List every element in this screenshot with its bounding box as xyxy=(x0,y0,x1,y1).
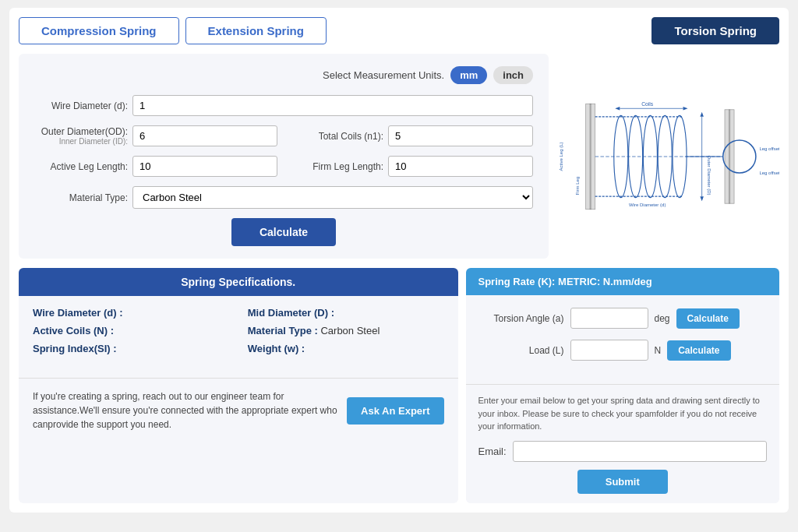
email-section: Enter your email below to get your sprin… xyxy=(466,384,780,503)
firm-leg-group: Firm Leg Length: xyxy=(290,156,533,177)
calculate-button[interactable]: Calculate xyxy=(231,218,336,246)
svg-text:Outer Diameter (D): Outer Diameter (D) xyxy=(707,155,711,195)
active-coils-spec: Active Coils (N) : xyxy=(33,325,229,336)
torsion-angle-input[interactable] xyxy=(570,308,648,329)
email-field-row: Email: xyxy=(478,441,768,462)
diagram-panel: Coils Outer Diameter (D) Wire Diameter (… xyxy=(556,54,779,259)
svg-rect-4 xyxy=(725,109,734,203)
email-input[interactable] xyxy=(513,441,767,462)
wire-diameter-spec: Wire Diameter (d) : xyxy=(33,307,229,319)
rate-panel: Spring Rate (K): METRIC: N.mm/deg Torsio… xyxy=(466,268,780,503)
active-leg-label: Active Leg Length: xyxy=(34,161,128,172)
svg-rect-2 xyxy=(586,104,595,209)
form-panel: Select Measurement Units. mm inch Wire D… xyxy=(19,54,549,259)
load-label: Load (L) xyxy=(478,345,564,356)
load-input[interactable] xyxy=(570,340,648,361)
specs-body: Wire Diameter (d) : Mid Diameter (D) : A… xyxy=(19,296,458,378)
rate-header: Spring Rate (K): METRIC: N.mm/deg xyxy=(466,268,780,295)
unit-inch-button[interactable]: inch xyxy=(493,66,533,84)
wire-diameter-label: Wire Diameter (d): xyxy=(34,100,128,111)
svg-text:Leg offset (b): Leg offset (b) xyxy=(759,146,779,151)
total-coils-group: Total Coils (n1): xyxy=(290,125,533,146)
tabs-row: Compression Spring Extension Spring Tors… xyxy=(19,17,779,44)
outer-diameter-label: Outer Diameter(OD): Inner Diameter (ID): xyxy=(34,126,128,146)
torsion-calculate-button[interactable]: Calculate xyxy=(676,308,740,329)
submit-button[interactable]: Submit xyxy=(577,470,668,494)
unit-mm-button[interactable]: mm xyxy=(450,66,487,84)
tab-compression-spring[interactable]: Compression Spring xyxy=(19,17,179,44)
calc-btn-row: Calculate xyxy=(34,218,533,246)
weight-spec: Weight (w) : xyxy=(248,343,444,354)
spring-index-spec: Spring Index(SI) : xyxy=(33,343,229,354)
material-label: Material Type: xyxy=(34,192,128,203)
tab-torsion-spring[interactable]: Torsion Spring xyxy=(651,17,779,44)
outer-total-row: Outer Diameter(OD): Inner Diameter (ID):… xyxy=(34,125,533,146)
specs-header: Spring Specifications. xyxy=(19,268,458,296)
outer-diameter-group: Outer Diameter(OD): Inner Diameter (ID): xyxy=(34,125,277,146)
total-coils-label: Total Coils (n1): xyxy=(290,131,383,142)
mid-diameter-spec: Mid Diameter (D) : xyxy=(248,307,444,319)
material-type-spec: Material Type : Carbon Steel xyxy=(248,325,444,336)
tab-extension-spring[interactable]: Extension Spring xyxy=(185,17,327,44)
expert-text: If you're creating a spring, reach out t… xyxy=(33,389,337,432)
wire-diameter-input[interactable] xyxy=(132,95,533,116)
torsion-spring-diagram: Coils Outer Diameter (D) Wire Diameter (… xyxy=(556,79,779,234)
ask-expert-button[interactable]: Ask An Expert xyxy=(347,397,443,425)
material-row: Material Type: Carbon Steel Stainless St… xyxy=(34,186,533,209)
svg-text:Wire Diameter (d): Wire Diameter (d) xyxy=(629,202,666,206)
bottom-section: Spring Specifications. Wire Diameter (d)… xyxy=(19,268,779,503)
main-container: Compression Spring Extension Spring Tors… xyxy=(9,8,789,513)
material-type-value: Carbon Steel xyxy=(320,325,380,336)
email-label: Email: xyxy=(478,446,507,457)
expert-box: If you're creating a spring, reach out t… xyxy=(19,378,458,442)
top-section: Select Measurement Units. mm inch Wire D… xyxy=(19,54,779,259)
load-calculate-button[interactable]: Calculate xyxy=(667,340,730,361)
inner-diameter-sublabel: Inner Diameter (ID): xyxy=(34,137,128,146)
wire-diameter-row: Wire Diameter (d): xyxy=(34,95,533,116)
svg-text:Active Leg (L): Active Leg (L) xyxy=(559,142,563,171)
svg-text:Coils: Coils xyxy=(641,101,654,107)
rate-body: Torsion Angle (a) deg Calculate Load (L)… xyxy=(466,295,780,384)
active-leg-group: Active Leg Length: xyxy=(34,156,277,177)
load-row: Load (L) N Calculate xyxy=(478,340,768,361)
load-unit: N xyxy=(655,345,662,356)
active-leg-input[interactable] xyxy=(132,156,277,177)
torsion-angle-label: Torsion Angle (a) xyxy=(478,313,564,324)
total-coils-input[interactable] xyxy=(388,125,533,146)
units-row: Select Measurement Units. mm inch xyxy=(34,66,533,84)
units-label: Select Measurement Units. xyxy=(323,69,444,81)
torsion-unit: deg xyxy=(655,313,670,324)
email-description: Enter your email below to get your sprin… xyxy=(478,394,768,433)
svg-text:Firm Leg: Firm Leg xyxy=(575,176,580,195)
svg-text:Leg offset (b): Leg offset (b) xyxy=(759,170,779,174)
material-select[interactable]: Carbon Steel Stainless Steel Alloy Steel… xyxy=(132,186,533,209)
firm-leg-input[interactable] xyxy=(388,156,533,177)
specs-panel: Spring Specifications. Wire Diameter (d)… xyxy=(19,268,458,503)
torsion-angle-row: Torsion Angle (a) deg Calculate xyxy=(478,308,768,329)
outer-diameter-input[interactable] xyxy=(132,125,277,146)
specs-grid: Wire Diameter (d) : Mid Diameter (D) : A… xyxy=(33,307,444,354)
firm-leg-label: Firm Leg Length: xyxy=(290,161,383,172)
leg-row: Active Leg Length: Firm Leg Length: xyxy=(34,156,533,177)
